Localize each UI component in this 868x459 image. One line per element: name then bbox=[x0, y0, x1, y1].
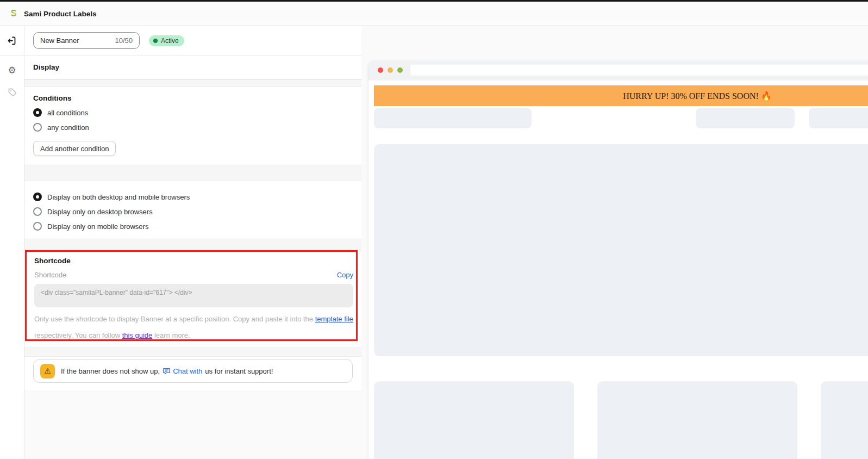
this-guide-link[interactable]: this guide bbox=[122, 331, 153, 339]
status-badge: Active bbox=[149, 35, 184, 46]
chat-with-us-link[interactable]: Chat with bbox=[163, 367, 202, 375]
conditions-title: Conditions bbox=[33, 94, 353, 102]
product-card-placeholder bbox=[821, 381, 868, 459]
shortcode-title: Shortcode bbox=[34, 257, 353, 265]
product-cards-row bbox=[374, 381, 868, 459]
icon-rail: ⚙ bbox=[0, 26, 24, 459]
address-bar bbox=[410, 65, 868, 76]
radio-desktop-only[interactable]: Display only on desktop browsers bbox=[33, 207, 353, 216]
panel-background bbox=[24, 390, 361, 459]
shortcode-help-text: Only use the shortcode to display Banner… bbox=[34, 314, 353, 340]
traffic-light-green-icon bbox=[397, 67, 403, 73]
shortcode-value: <div class="samitaPL-banner" data-id="61… bbox=[41, 289, 192, 296]
warning-icon: ⚠ bbox=[40, 364, 55, 379]
support-text-after: us for instant support! bbox=[205, 367, 273, 375]
support-banner: ⚠ If the banner does not show up, Chat w… bbox=[33, 359, 353, 383]
shortcode-code-box: <div class="samitaPL-banner" data-id="61… bbox=[34, 284, 353, 307]
radio-all-conditions[interactable]: all conditions bbox=[33, 108, 353, 117]
radio-both-browsers[interactable]: Display on both desktop and mobile brows… bbox=[33, 193, 353, 201]
support-text-before: If the banner does not show up, bbox=[61, 367, 160, 375]
hero-placeholder bbox=[374, 144, 868, 356]
char-counter: 10/50 bbox=[115, 36, 133, 45]
product-card-placeholder bbox=[597, 381, 797, 459]
settings-icon[interactable]: ⚙ bbox=[5, 64, 18, 77]
status-label: Active bbox=[161, 37, 179, 45]
radio-any-condition[interactable]: any condition bbox=[33, 123, 353, 132]
nav-menu-placeholder bbox=[696, 108, 795, 128]
template-file-link[interactable]: template file bbox=[315, 315, 353, 323]
radio-unselected-icon bbox=[33, 207, 42, 216]
browser-preview-window: HURRY UP! 30% OFF ENDS SOON! 🔥 bbox=[369, 61, 868, 459]
shortcode-field-label: Shortcode bbox=[34, 271, 66, 279]
promo-banner: HURRY UP! 30% OFF ENDS SOON! 🔥 bbox=[374, 85, 868, 106]
svg-text:S: S bbox=[11, 9, 17, 18]
browser-chrome-bar bbox=[369, 61, 868, 79]
banner-name-value: New Banner bbox=[40, 36, 115, 45]
nav-logo-placeholder bbox=[374, 108, 532, 128]
traffic-light-yellow-icon bbox=[388, 67, 393, 73]
section-divider bbox=[24, 79, 361, 87]
banner-name-input[interactable]: New Banner 10/50 bbox=[33, 32, 140, 49]
status-dot-icon bbox=[153, 39, 158, 43]
radio-unselected-icon bbox=[33, 123, 42, 132]
app-logo-icon: S bbox=[9, 9, 18, 18]
add-condition-button[interactable]: Add another condition bbox=[33, 141, 116, 156]
promo-banner-text: HURRY UP! 30% OFF ENDS SOON! 🔥 bbox=[623, 91, 772, 101]
section-divider bbox=[24, 165, 361, 181]
radio-mobile-only[interactable]: Display only on mobile browsers bbox=[33, 222, 353, 231]
section-divider bbox=[24, 239, 361, 250]
preview-area: HURRY UP! 30% OFF ENDS SOON! 🔥 bbox=[361, 26, 868, 459]
section-divider bbox=[24, 348, 361, 357]
store-nav-placeholder bbox=[374, 108, 868, 128]
radio-unselected-icon bbox=[33, 222, 42, 231]
tag-icon[interactable] bbox=[5, 85, 18, 98]
copy-link[interactable]: Copy bbox=[337, 271, 353, 279]
store-page-mock: HURRY UP! 30% OFF ENDS SOON! 🔥 bbox=[369, 79, 868, 459]
app-title: Sami Product Labels bbox=[24, 10, 97, 18]
conditions-section: Conditions all conditions any condition … bbox=[24, 87, 361, 165]
exit-icon[interactable] bbox=[5, 34, 18, 47]
chat-bubble-icon bbox=[163, 367, 171, 375]
radio-selected-icon bbox=[33, 108, 42, 117]
settings-panel: New Banner 10/50 Active Display Conditio… bbox=[24, 26, 361, 459]
traffic-light-red-icon bbox=[378, 67, 383, 73]
support-section: ⚠ If the banner does not show up, Chat w… bbox=[24, 357, 361, 390]
display-title: Display bbox=[33, 63, 353, 71]
product-card-placeholder bbox=[374, 381, 574, 459]
radio-selected-icon bbox=[33, 193, 42, 201]
app-header: S Sami Product Labels bbox=[0, 2, 868, 26]
banner-toolbar: New Banner 10/50 Active bbox=[24, 26, 361, 55]
device-visibility-section: Display on both desktop and mobile brows… bbox=[24, 181, 361, 239]
shortcode-section: Shortcode Shortcode Copy <div class="sam… bbox=[24, 250, 361, 348]
display-section-header: Display bbox=[24, 55, 361, 79]
nav-menu-placeholder bbox=[809, 108, 868, 128]
